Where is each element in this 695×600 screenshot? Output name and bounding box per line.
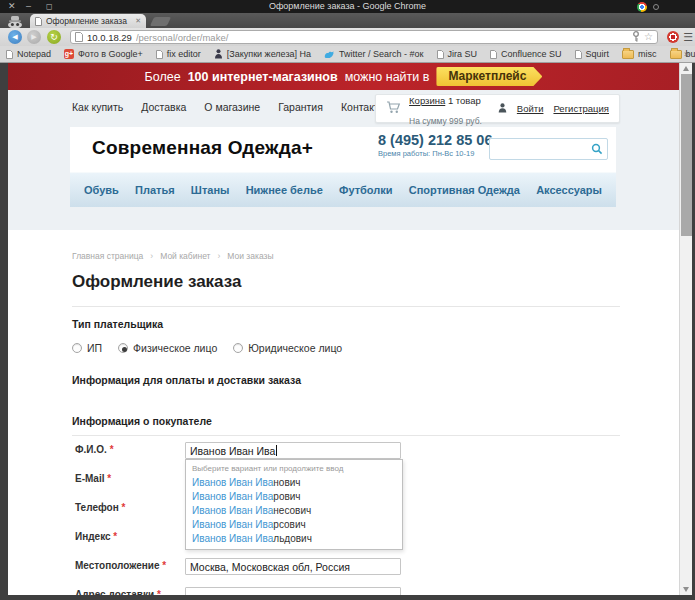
chrome-menu-icon[interactable]: ☰ <box>683 29 693 45</box>
menu-item-tshirts[interactable]: Футболки <box>339 184 393 196</box>
menu-item-sportswear[interactable]: Спортивная Одежда <box>409 184 520 196</box>
menu-item-underwear[interactable]: Нижнее белье <box>246 184 323 196</box>
site-logo[interactable]: Современная Одежда+ <box>92 137 313 159</box>
desktop-screen: ✕ – ◻ Оформление заказа - Google Chrome … <box>0 0 695 600</box>
forward-button[interactable]: ▶ <box>27 30 41 44</box>
login-link[interactable]: Войти <box>517 103 544 114</box>
search-input[interactable] <box>490 140 587 158</box>
browser-viewport: Более 100 интернет-магазинов можно найти… <box>8 63 679 595</box>
fio-input[interactable]: Иванов Иван Ива <box>185 442 401 459</box>
page-title: Оформление заказа <box>72 272 679 292</box>
radio-option-individual[interactable]: Физическое лицо <box>118 342 217 354</box>
tab-strip: Оформление заказа ✕ <box>0 13 695 28</box>
nav-link-delivery[interactable]: Доставка <box>141 101 186 113</box>
autocomplete-option[interactable]: Иванов Иван Иванович <box>186 476 402 490</box>
page-scrollbar[interactable] <box>679 63 692 595</box>
radio-checked-icon[interactable] <box>118 343 128 353</box>
payer-type-options: ИП Физическое лицо Юридическое лицо <box>72 342 679 354</box>
bookmark-item[interactable]: fix editor <box>156 49 201 59</box>
new-tab-button[interactable] <box>150 17 171 26</box>
radio-option-ip[interactable]: ИП <box>72 342 102 354</box>
menu-item-shoes[interactable]: Обувь <box>84 184 119 196</box>
bookmark-item[interactable]: Squirt <box>575 49 610 59</box>
autocomplete-option[interactable]: Иванов Иван Иванесович <box>186 504 402 518</box>
bookmark-folder[interactable]: buy <box>670 49 695 59</box>
window-titlebar: ✕ – ◻ Оформление заказа - Google Chrome <box>0 0 695 13</box>
phone-label: Телефон * <box>72 500 185 517</box>
bookmarks-bar: Notepad g+ Фото в Google+ fix editor [За… <box>0 46 695 63</box>
breadcrumb-separator: › <box>218 251 221 261</box>
address-bar[interactable]: 10.0.18.29 /personal/order/make/ ☆ <box>70 30 658 44</box>
divider <box>72 435 620 436</box>
scrollbar-up-arrow-icon[interactable] <box>683 66 689 71</box>
breadcrumb-account[interactable]: Мой кабинет <box>160 251 210 261</box>
browser-tab[interactable]: Оформление заказа ✕ <box>30 14 146 28</box>
working-hours: Время работы: Пн-Вс 10-19 <box>378 149 492 158</box>
search-icon[interactable] <box>587 143 607 155</box>
url-path: /personal/order/make/ <box>136 32 628 43</box>
cart-icon[interactable] <box>386 100 401 118</box>
radio-icon[interactable] <box>72 343 82 353</box>
site-header: Как купить Доставка О магазине Гарантия … <box>8 90 679 230</box>
fio-label: Ф.И.О. * <box>72 442 185 459</box>
window-title: Оформление заказа - Google Chrome <box>0 0 695 13</box>
address-textarea[interactable] <box>185 587 401 595</box>
scrollbar-down-arrow-icon[interactable] <box>683 587 689 592</box>
autocomplete-option[interactable]: Иванов Иван Ивальдович <box>186 532 402 546</box>
figure-icon <box>214 49 223 59</box>
back-button[interactable]: ◀ <box>8 30 22 44</box>
autocomplete-option[interactable]: Иванов Иван Иварович <box>186 490 402 504</box>
extension-icon[interactable] <box>667 31 679 43</box>
chrome-logo-icon <box>637 2 647 12</box>
form-row-location: Местоположение * <box>72 558 679 575</box>
cart-total: На сумму 999 руб. <box>409 116 482 126</box>
top-navigation: Как купить Доставка О магазине Гарантия … <box>8 90 679 127</box>
bookmark-item[interactable]: [Закупки железа] На <box>214 49 311 59</box>
menu-item-accessories[interactable]: Аксессуары <box>536 184 602 196</box>
key-icon[interactable] <box>632 28 640 46</box>
menu-item-pants[interactable]: Штаны <box>191 184 230 196</box>
cart-widget: Корзина 1 товар На сумму 999 руб. Войти … <box>375 94 620 123</box>
menu-item-dresses[interactable]: Платья <box>135 184 175 196</box>
bookmark-item[interactable]: g+ Фото в Google+ <box>64 49 143 59</box>
page-icon <box>437 50 444 59</box>
register-link[interactable]: Регистрация <box>553 103 609 114</box>
promo-banner[interactable]: Более 100 интернет-магазинов можно найти… <box>8 63 679 90</box>
reload-button[interactable]: ↻ <box>47 30 61 44</box>
nav-link-about[interactable]: О магазине <box>204 101 260 113</box>
bookmark-item[interactable]: Notepad <box>6 49 51 59</box>
main-content: Главная страница › Мой кабинет › Мои зак… <box>8 230 679 595</box>
url-page-icon <box>75 28 83 46</box>
bookmark-item[interactable]: Confluence SU <box>490 49 562 59</box>
breadcrumb-home[interactable]: Главная страница <box>72 251 143 261</box>
search-box <box>489 138 608 160</box>
bookmark-folder[interactable]: misc <box>622 49 657 59</box>
autocomplete-option[interactable]: Иванов Иван Иварсович <box>186 518 402 532</box>
bookmark-item[interactable]: Jira SU <box>437 49 478 59</box>
radio-icon[interactable] <box>233 343 243 353</box>
nav-link-how-to-buy[interactable]: Как купить <box>72 101 123 113</box>
cart-link[interactable]: Корзина <box>409 95 445 106</box>
breadcrumb-separator: › <box>150 251 153 261</box>
bookmark-star-icon[interactable]: ☆ <box>644 32 653 42</box>
location-input[interactable] <box>185 558 401 575</box>
cart-count: 1 товар <box>448 95 481 106</box>
browser-toolbar: ◀ ▶ ↻ 10.0.18.29 /personal/order/make/ ☆… <box>0 28 695 46</box>
marketplace-button[interactable]: Маркетплейс <box>436 67 542 86</box>
text-caret <box>276 445 277 456</box>
tab-close-icon[interactable]: ✕ <box>135 17 141 25</box>
autocomplete-hint: Выберите вариант или продолжите ввод <box>186 460 402 476</box>
nav-link-warranty[interactable]: Гарантия <box>278 101 323 113</box>
buyer-section-label: Информация о покупателе <box>72 415 679 427</box>
radio-option-legal[interactable]: Юридическое лицо <box>233 342 342 354</box>
divider <box>72 306 620 307</box>
postcode-label: Индекс * <box>72 529 185 546</box>
bookmarks-overflow-chevron[interactable]: » <box>684 46 689 62</box>
scrollbar-thumb[interactable] <box>681 74 692 236</box>
address-label: Адрес доставки * <box>72 587 185 595</box>
banner-text: можно найти в <box>345 70 430 84</box>
payment-section-label: Информация для оплаты и доставки заказа <box>72 374 679 386</box>
bookmark-item[interactable]: Twitter / Search - #ок <box>324 49 423 59</box>
titlebar-extra-icon <box>653 4 659 10</box>
folder-icon <box>670 50 682 59</box>
